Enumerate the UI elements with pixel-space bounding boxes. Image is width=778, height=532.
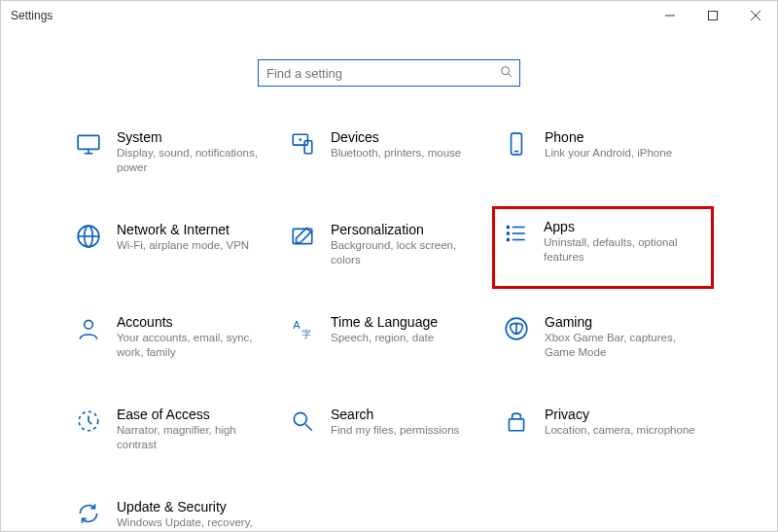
gaming-icon [502, 314, 531, 343]
svg-point-24 [85, 320, 93, 329]
tile-title: Time & Language [331, 314, 438, 330]
time-icon: A字 [288, 314, 317, 343]
search-icon [500, 65, 513, 82]
devices-icon [288, 129, 317, 159]
tile-title: Personalization [331, 222, 482, 237]
tile-gaming[interactable]: Gaming Xbox Game Bar, captures, Game Mod… [496, 310, 710, 364]
svg-text:A: A [293, 319, 301, 331]
search-row [1, 59, 777, 87]
search-category-icon [288, 407, 317, 436]
ease-icon [74, 407, 103, 436]
settings-grid: System Display, sound, notifications, po… [1, 116, 777, 532]
minimize-button[interactable] [649, 1, 691, 30]
tile-network[interactable]: Network & Internet Wi-Fi, airplane mode,… [68, 218, 282, 271]
tile-title: Network & Internet [117, 222, 249, 237]
accounts-icon [74, 314, 103, 343]
svg-point-29 [294, 412, 306, 425]
svg-rect-31 [509, 418, 523, 430]
tile-system[interactable]: System Display, sound, notifications, po… [68, 125, 282, 179]
system-icon [74, 129, 103, 159]
tile-desc: Bluetooth, printers, mouse [331, 146, 461, 160]
svg-line-30 [305, 424, 312, 431]
tile-desc: Uninstall, defaults, optional features [544, 235, 697, 265]
tile-title: System [117, 129, 268, 145]
maximize-button[interactable] [691, 1, 734, 30]
close-button[interactable] [734, 1, 777, 30]
window-controls [649, 1, 777, 30]
tile-phone[interactable]: Phone Link your Android, iPhone [496, 125, 710, 179]
titlebar: Settings [1, 1, 777, 30]
tile-desc: Background, lock screen, colors [331, 238, 482, 267]
tile-title: Gaming [545, 314, 696, 330]
tile-desc: Wi-Fi, airplane mode, VPN [117, 238, 249, 253]
tile-ease[interactable]: Ease of Access Narrator, magnifier, high… [68, 403, 282, 456]
apps-icon [501, 219, 530, 248]
svg-point-20 [507, 232, 509, 234]
personalization-icon [288, 222, 317, 251]
tile-time[interactable]: A字 Time & Language Speech, region, date [282, 310, 496, 364]
tile-update[interactable]: Update & Security Windows Update, recove… [68, 495, 282, 533]
tile-desc: Display, sound, notifications, power [117, 146, 268, 175]
svg-point-18 [507, 226, 509, 228]
tile-desc: Your accounts, email, sync, work, family [117, 331, 268, 360]
tile-title: Apps [544, 219, 697, 234]
tile-title: Privacy [545, 407, 695, 422]
tile-title: Devices [331, 129, 461, 145]
svg-text:字: 字 [301, 328, 311, 338]
tile-title: Phone [545, 129, 672, 145]
tile-apps[interactable]: Apps Uninstall, defaults, optional featu… [492, 206, 714, 289]
tile-search[interactable]: Search Find my files, permissions [282, 403, 496, 456]
phone-icon [502, 129, 531, 159]
tile-title: Update & Security [117, 499, 268, 514]
search-input[interactable] [266, 66, 500, 81]
tile-desc: Speech, region, date [331, 331, 438, 345]
network-icon [74, 222, 103, 251]
svg-point-22 [507, 238, 509, 240]
tile-desc: Xbox Game Bar, captures, Game Mode [545, 331, 696, 360]
svg-point-11 [300, 139, 301, 140]
svg-line-5 [509, 73, 513, 77]
window-title: Settings [11, 9, 53, 22]
close-icon [751, 11, 760, 20]
tile-title: Accounts [117, 314, 268, 330]
svg-rect-6 [78, 135, 99, 149]
tile-desc: Windows Update, recovery, backup [117, 515, 268, 533]
tile-desc: Narrator, magnifier, high contrast [117, 423, 268, 452]
tile-accounts[interactable]: Accounts Your accounts, email, sync, wor… [68, 310, 282, 364]
svg-rect-1 [709, 12, 718, 20]
tile-desc: Find my files, permissions [331, 423, 459, 438]
tile-privacy[interactable]: Privacy Location, camera, microphone [496, 403, 710, 456]
update-icon [74, 499, 103, 528]
tile-title: Search [331, 407, 459, 422]
minimize-icon [665, 11, 675, 20]
tile-personalization[interactable]: Personalization Background, lock screen,… [282, 218, 496, 271]
svg-point-4 [502, 66, 510, 74]
privacy-icon [502, 407, 531, 436]
maximize-icon [708, 11, 718, 20]
tile-title: Ease of Access [117, 407, 268, 422]
tile-desc: Link your Android, iPhone [545, 146, 672, 160]
tile-desc: Location, camera, microphone [545, 423, 695, 438]
tile-devices[interactable]: Devices Bluetooth, printers, mouse [282, 125, 496, 179]
search-box[interactable] [258, 59, 520, 87]
